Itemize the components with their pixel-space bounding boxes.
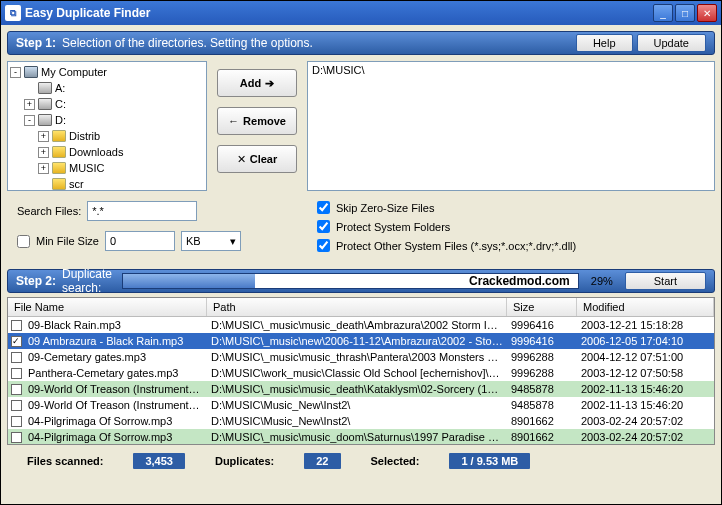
cell-filename: Panthera-Cemetary gates.mp3 (24, 367, 207, 379)
tree-drive[interactable]: A: (55, 82, 65, 94)
selected-label: Selected: (371, 455, 420, 467)
cell-filename: 04-Pilgrimaga Of Sorrow.mp3 (24, 431, 207, 443)
col-filename[interactable]: File Name (8, 298, 207, 316)
cell-modified: 2003-12-12 07:50:58 (577, 367, 714, 379)
results-table: File Name Path Size Modified 09-Black Ra… (7, 297, 715, 445)
col-modified[interactable]: Modified (577, 298, 714, 316)
table-body[interactable]: 09-Black Rain.mp3D:\MUSIC\_music\music_d… (8, 317, 714, 445)
table-row[interactable]: 09-World Of Treason (Instrumental ...D:\… (8, 381, 714, 397)
step2-header: Step 2: Duplicate search: Crackedmod.com… (7, 269, 715, 293)
cell-filename: 09-World Of Treason (Instrumental ... (24, 383, 207, 395)
start-button[interactable]: Start (625, 272, 706, 290)
tree-folder[interactable]: Downloads (69, 146, 123, 158)
progress-bar: Crackedmod.com (122, 273, 579, 289)
selected-directory[interactable]: D:\MUSIC\ (312, 64, 710, 76)
protect-system-checkbox[interactable] (317, 220, 330, 233)
tree-expand-icon[interactable]: + (24, 99, 35, 110)
arrow-right-icon (265, 77, 274, 90)
tree-root[interactable]: My Computer (41, 66, 107, 78)
x-icon (237, 153, 246, 166)
tree-expand-icon[interactable]: + (38, 147, 49, 158)
arrow-left-icon: ← (228, 115, 239, 127)
step2-label: Step 2: (16, 274, 56, 288)
table-row[interactable]: Panthera-Cemetary gates.mp3D:\MUSIC\work… (8, 365, 714, 381)
close-button[interactable]: ✕ (697, 4, 717, 22)
cell-filename: 09-Cemetary gates.mp3 (24, 351, 207, 363)
cell-size: 8901662 (507, 431, 577, 443)
table-row[interactable]: 09-World Of Treason (Instrumental ...D:\… (8, 397, 714, 413)
step1-label: Step 1: (16, 36, 56, 50)
skip-zero-checkbox[interactable] (317, 201, 330, 214)
tree-drive[interactable]: D: (55, 114, 66, 126)
col-path[interactable]: Path (207, 298, 507, 316)
selected-value: 1 / 9.53 MB (449, 453, 530, 469)
table-row[interactable]: 09-Cemetary gates.mp3D:\MUSIC\_music\mus… (8, 349, 714, 365)
search-files-label: Search Files: (17, 205, 81, 217)
app-icon: ⧉ (5, 5, 21, 21)
tree-folder[interactable]: scr (69, 178, 84, 190)
drive-icon (38, 98, 52, 110)
col-size[interactable]: Size (507, 298, 577, 316)
table-row[interactable]: 04-Pilgrimaga Of Sorrow.mp3D:\MUSIC\Musi… (8, 413, 714, 429)
row-checkbox[interactable] (11, 368, 22, 379)
step1-desc: Selection of the directories. Setting th… (62, 36, 572, 50)
remove-button[interactable]: ←Remove (217, 107, 297, 135)
row-checkbox[interactable] (11, 320, 22, 331)
min-file-size-checkbox[interactable] (17, 235, 30, 248)
chevron-down-icon: ▾ (230, 235, 236, 248)
progress-percent: 29% (591, 275, 621, 287)
cell-size: 9996288 (507, 351, 577, 363)
tree-collapse-icon[interactable]: - (10, 67, 21, 78)
status-bar: Files scanned: 3,453 Duplicates: 22 Sele… (7, 445, 715, 477)
tree-collapse-icon[interactable]: - (24, 115, 35, 126)
help-button[interactable]: Help (576, 34, 633, 52)
tree-expand-icon[interactable]: + (38, 131, 49, 142)
table-header: File Name Path Size Modified (8, 298, 714, 317)
cell-path: D:\MUSIC\_music\music_death\Ambrazura\20… (207, 319, 507, 331)
step2-desc: Duplicate search: (62, 267, 112, 295)
cell-filename: 09-Black Rain.mp3 (24, 319, 207, 331)
table-row[interactable]: 04-Pilgrimaga Of Sorrow.mp3D:\MUSIC\_mus… (8, 429, 714, 445)
tree-drive[interactable]: C: (55, 98, 66, 110)
cell-modified: 2003-12-21 15:18:28 (577, 319, 714, 331)
directory-tree[interactable]: -My Computer A: +C: -D: +Distrib +Downlo… (7, 61, 207, 191)
tree-folder[interactable]: Distrib (69, 130, 100, 142)
update-button[interactable]: Update (637, 34, 706, 52)
cell-modified: 2004-12-12 07:51:00 (577, 351, 714, 363)
maximize-button[interactable]: □ (675, 4, 695, 22)
row-checkbox[interactable] (11, 416, 22, 427)
folder-icon (52, 146, 66, 158)
selected-directories-list[interactable]: D:\MUSIC\ (307, 61, 715, 191)
add-button[interactable]: Add (217, 69, 297, 97)
row-checkbox[interactable] (11, 432, 22, 443)
size-unit-combo[interactable]: KB▾ (181, 231, 241, 251)
folder-icon (52, 162, 66, 174)
drive-icon (38, 82, 52, 94)
row-checkbox[interactable] (11, 352, 22, 363)
protect-other-checkbox[interactable] (317, 239, 330, 252)
row-checkbox[interactable] (11, 400, 22, 411)
scanned-label: Files scanned: (27, 455, 103, 467)
progress-fill (123, 274, 255, 288)
folder-icon (52, 178, 66, 190)
cell-size: 9996416 (507, 335, 577, 347)
row-checkbox[interactable] (11, 384, 22, 395)
minimize-button[interactable]: _ (653, 4, 673, 22)
cell-size: 9485878 (507, 399, 577, 411)
row-checkbox[interactable]: ✓ (11, 336, 22, 347)
table-row[interactable]: ✓09 Ambrazura - Black Rain.mp3D:\MUSIC\_… (8, 333, 714, 349)
min-file-size-input[interactable] (105, 231, 175, 251)
duplicates-label: Duplicates: (215, 455, 274, 467)
tree-folder[interactable]: MUSIC (69, 162, 104, 174)
cell-size: 8901662 (507, 415, 577, 427)
clear-button[interactable]: Clear (217, 145, 297, 173)
protect-system-label: Protect System Folders (336, 221, 450, 233)
skip-zero-label: Skip Zero-Size Files (336, 202, 434, 214)
step1-header: Step 1: Selection of the directories. Se… (7, 31, 715, 55)
cell-filename: 09-World Of Treason (Instrumental ... (24, 399, 207, 411)
cell-filename: 09 Ambrazura - Black Rain.mp3 (24, 335, 207, 347)
search-files-input[interactable] (87, 201, 197, 221)
cell-size: 9485878 (507, 383, 577, 395)
tree-expand-icon[interactable]: + (38, 163, 49, 174)
table-row[interactable]: 09-Black Rain.mp3D:\MUSIC\_music\music_d… (8, 317, 714, 333)
